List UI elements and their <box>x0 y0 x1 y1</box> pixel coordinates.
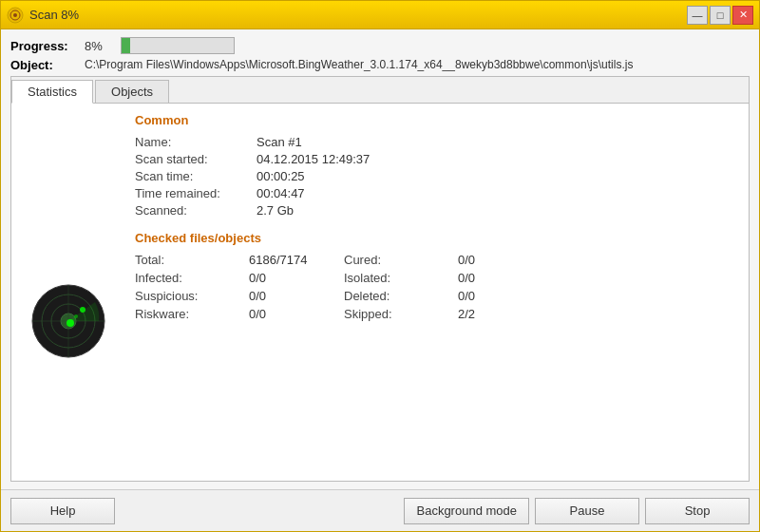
help-button[interactable]: Help <box>10 498 115 524</box>
total-label: Total: <box>135 253 249 267</box>
stats-content: Common Name: Scan #1 Scan started: 04.12… <box>135 113 730 471</box>
name-label: Name: <box>135 135 249 149</box>
checked-section-title: Checked files/objects <box>135 231 730 245</box>
deleted-value: 0/0 <box>458 289 534 303</box>
isolated-value: 0/0 <box>458 271 534 285</box>
app-icon <box>7 7 24 24</box>
isolated-label: Isolated: <box>344 271 458 285</box>
object-path: C:\Program Files\WindowsApps\Microsoft.B… <box>85 58 633 71</box>
progress-row: Progress: 8% <box>10 37 750 54</box>
time-remained-value: 00:04:47 <box>256 186 730 200</box>
suspicious-label: Suspicious: <box>135 289 249 303</box>
total-value: 6186/7174 <box>249 253 344 267</box>
window-title: Scan 8% <box>29 8 79 22</box>
scan-started-label: Scan started: <box>135 152 249 166</box>
riskware-label: Riskware: <box>135 307 249 321</box>
progress-percent: 8% <box>85 39 113 53</box>
cured-value: 0/0 <box>458 253 534 267</box>
radar-area <box>30 113 116 471</box>
scanned-label: Scanned: <box>135 203 249 218</box>
svg-point-11 <box>66 319 74 327</box>
main-window: Scan 8% — □ ✕ Progress: 8% Object: C:\Pr… <box>0 0 760 532</box>
name-value: Scan #1 <box>256 135 730 149</box>
cured-label: Cured: <box>344 253 458 267</box>
deleted-label: Deleted: <box>344 289 458 303</box>
tab-statistics[interactable]: Statistics <box>11 80 93 104</box>
radar-icon <box>30 283 106 359</box>
progress-bar-container <box>121 37 235 54</box>
footer-right: Background mode Pause Stop <box>404 498 750 524</box>
stop-button[interactable]: Stop <box>645 498 750 524</box>
svg-point-10 <box>74 314 78 318</box>
tab-objects[interactable]: Objects <box>95 80 169 103</box>
footer: Help Background mode Pause Stop <box>1 489 759 531</box>
scan-started-value: 04.12.2015 12:49:37 <box>256 152 730 166</box>
background-mode-button[interactable]: Background mode <box>404 498 529 524</box>
object-row: Object: C:\Program Files\WindowsApps\Mic… <box>10 58 750 72</box>
suspicious-value: 0/0 <box>249 289 344 303</box>
skipped-label: Skipped: <box>344 307 458 321</box>
tab-content-statistics: Common Name: Scan #1 Scan started: 04.12… <box>11 104 749 481</box>
title-controls: — □ ✕ <box>687 6 753 25</box>
maximize-button[interactable]: □ <box>710 6 731 25</box>
infected-value: 0/0 <box>249 271 344 285</box>
common-info-grid: Name: Scan #1 Scan started: 04.12.2015 1… <box>135 135 730 218</box>
content-area: Progress: 8% Object: C:\Program Files\Wi… <box>1 29 759 489</box>
svg-point-2 <box>13 13 17 17</box>
infected-label: Infected: <box>135 271 249 285</box>
svg-point-9 <box>80 307 86 313</box>
tab-header: Statistics Objects <box>11 77 749 104</box>
time-remained-label: Time remained: <box>135 186 249 200</box>
title-bar-left: Scan 8% <box>7 7 79 24</box>
title-bar: Scan 8% — □ ✕ <box>1 1 759 29</box>
object-label: Object: <box>10 58 77 72</box>
pause-button[interactable]: Pause <box>535 498 639 524</box>
scan-time-label: Scan time: <box>135 169 249 183</box>
scan-time-value: 00:00:25 <box>256 169 730 183</box>
minimize-button[interactable]: — <box>687 6 708 25</box>
common-section-title: Common <box>135 113 730 127</box>
progress-label: Progress: <box>10 39 77 53</box>
progress-bar-fill <box>122 38 130 53</box>
tabs-area: Statistics Objects <box>10 76 750 482</box>
riskware-value: 0/0 <box>249 307 344 321</box>
scanned-value: 2.7 Gb <box>256 203 730 218</box>
close-button[interactable]: ✕ <box>732 6 753 25</box>
checked-grid: Total: 6186/7174 Cured: 0/0 Infected: 0/… <box>135 253 730 321</box>
skipped-value: 2/2 <box>458 307 534 321</box>
